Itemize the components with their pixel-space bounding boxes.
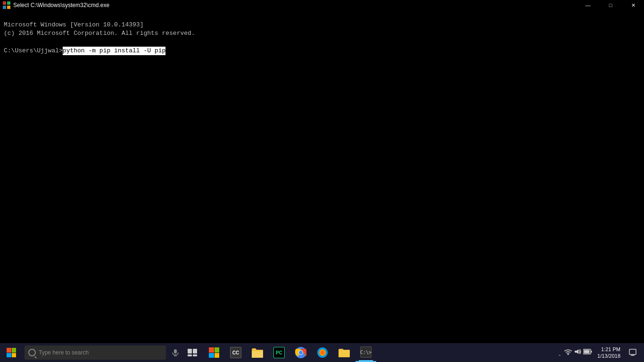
svg-rect-8 bbox=[193, 349, 197, 354]
titlebar: Select C:\Windows\system32\cmd.exe — □ ✕ bbox=[0, 0, 644, 10]
taskbar-app-firefox[interactable] bbox=[312, 343, 333, 362]
svg-rect-4 bbox=[174, 349, 177, 354]
terminal-prompt-line: C:\Users\Ujjwal>python -m pip install -U… bbox=[4, 47, 640, 55]
folder-icon bbox=[339, 347, 350, 358]
cmd-icon bbox=[3, 1, 10, 9]
svg-rect-1 bbox=[7, 1, 10, 5]
system-tray: ‸ bbox=[554, 343, 644, 362]
taskbar-app-chrome[interactable] bbox=[290, 343, 311, 362]
cc-icon: CC bbox=[230, 347, 241, 358]
terminal-line2: (c) 2016 Microsoft Corporation. All righ… bbox=[4, 30, 195, 37]
maximize-button[interactable]: □ bbox=[600, 0, 621, 10]
svg-rect-9 bbox=[188, 354, 192, 356]
terminal-icon: C:\> bbox=[360, 346, 372, 358]
svg-rect-2 bbox=[3, 6, 6, 9]
search-placeholder: Type here to search bbox=[39, 349, 89, 356]
terminal-body[interactable]: Microsoft Windows [Version 10.0.14393] (… bbox=[0, 10, 644, 343]
windows-icon bbox=[7, 348, 16, 357]
taskbar-apps: CC PC bbox=[204, 343, 376, 362]
svg-rect-23 bbox=[591, 351, 592, 353]
explorer-icon bbox=[252, 347, 263, 358]
clock[interactable]: 1:21 PM 1/13/2018 bbox=[595, 346, 622, 360]
chrome-icon bbox=[295, 347, 306, 358]
tray-icons bbox=[564, 348, 593, 357]
taskbar: Type here to search CC bbox=[0, 343, 644, 362]
svg-rect-3 bbox=[7, 6, 10, 9]
action-center-icon bbox=[629, 349, 636, 356]
taskbar-app-pycharm[interactable]: PC bbox=[269, 343, 289, 362]
taskbar-app-explorer[interactable] bbox=[247, 343, 268, 362]
task-view-icon bbox=[188, 349, 197, 356]
terminal-command: python -m pip install -U pip bbox=[63, 47, 165, 55]
firefox-icon bbox=[317, 347, 328, 358]
network-icon[interactable] bbox=[564, 348, 572, 357]
titlebar-left: Select C:\Windows\system32\cmd.exe bbox=[3, 1, 109, 9]
taskbar-app-ms[interactable] bbox=[204, 343, 224, 362]
svg-point-18 bbox=[321, 351, 324, 354]
svg-rect-12 bbox=[252, 351, 263, 358]
taskbar-app-terminal[interactable]: C:\> bbox=[355, 343, 376, 362]
titlebar-title: Select C:\Windows\system32\cmd.exe bbox=[13, 2, 109, 8]
ms-icon bbox=[209, 347, 219, 358]
close-button[interactable]: ✕ bbox=[622, 0, 644, 10]
action-center-button[interactable] bbox=[625, 343, 640, 362]
svg-rect-20 bbox=[339, 350, 349, 357]
taskbar-app-folder[interactable] bbox=[334, 343, 355, 362]
cortana-button[interactable] bbox=[168, 343, 183, 362]
titlebar-controls: — □ ✕ bbox=[577, 0, 644, 10]
terminal-line1: Microsoft Windows [Version 10.0.14393] bbox=[4, 21, 143, 28]
svg-rect-25 bbox=[629, 349, 636, 354]
prompt: C:\Users\Ujjwal> bbox=[4, 47, 63, 55]
clock-date: 1/13/2018 bbox=[597, 353, 620, 359]
svg-point-15 bbox=[299, 351, 303, 354]
search-icon bbox=[28, 349, 36, 356]
battery-icon[interactable] bbox=[583, 349, 593, 356]
svg-rect-7 bbox=[188, 349, 192, 354]
active-indicator bbox=[359, 360, 373, 361]
task-view-button[interactable] bbox=[183, 343, 202, 362]
svg-point-21 bbox=[568, 354, 569, 355]
microphone-icon bbox=[172, 349, 179, 356]
taskbar-app-cc[interactable]: CC bbox=[225, 343, 246, 362]
minimize-button[interactable]: — bbox=[577, 0, 599, 10]
clock-time: 1:21 PM bbox=[601, 346, 620, 353]
start-button[interactable] bbox=[0, 343, 23, 362]
pycharm-icon: PC bbox=[273, 347, 285, 358]
volume-icon[interactable] bbox=[574, 348, 581, 357]
svg-rect-0 bbox=[3, 1, 6, 5]
tray-expand-button[interactable]: ‸ bbox=[558, 349, 561, 356]
search-bar[interactable]: Type here to search bbox=[25, 346, 166, 360]
svg-rect-24 bbox=[584, 350, 590, 354]
svg-rect-10 bbox=[193, 354, 197, 356]
